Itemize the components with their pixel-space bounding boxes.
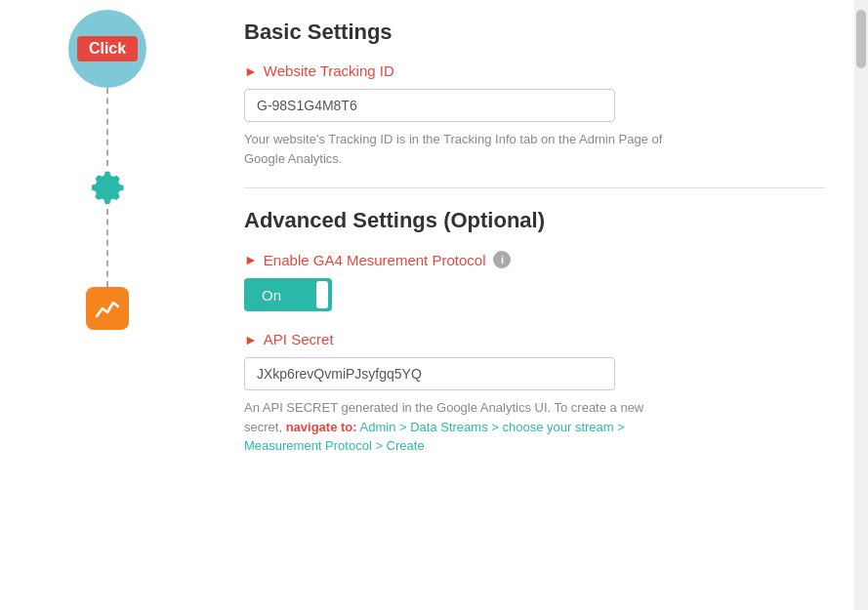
api-secret-help: An API SECRET generated in the Google An… [244, 398, 674, 456]
section-divider [244, 187, 825, 188]
tracking-id-help: Your website's Tracking ID is in the Tra… [244, 130, 674, 168]
chevron-icon: ► [244, 63, 258, 79]
chart-icon [86, 287, 129, 330]
api-secret-label-text: API Secret [264, 331, 334, 347]
click-circle[interactable]: Click [68, 10, 146, 88]
api-secret-label[interactable]: ► API Secret [244, 331, 825, 347]
protocol-group: ► Enable GA4 Mesurement Protocol i On [244, 251, 825, 311]
scrollbar-thumb[interactable] [856, 10, 866, 68]
toggle-container: On [244, 278, 825, 311]
advanced-settings-title: Advanced Settings (Optional) [244, 208, 825, 233]
chevron-icon-2: ► [244, 252, 258, 267]
tracking-id-group: ► Website Tracking ID Your website's Tra… [244, 62, 825, 168]
protocol-label[interactable]: ► Enable GA4 Mesurement Protocol i [244, 251, 825, 268]
toggle-label: On [262, 287, 281, 304]
connector-line-1 [106, 88, 108, 166]
main-content: Basic Settings ► Website Tracking ID You… [215, 0, 854, 610]
basic-settings-title: Basic Settings [244, 20, 825, 45]
api-help-nav: navigate to: [286, 420, 357, 434]
click-badge: Click [77, 36, 138, 61]
api-secret-group: ► API Secret An API SECRET generated in … [244, 331, 825, 456]
gear-icon [86, 166, 129, 209]
tracking-id-label[interactable]: ► Website Tracking ID [244, 62, 825, 79]
info-icon[interactable]: i [493, 251, 511, 268]
toggle-switch[interactable]: On [244, 278, 332, 311]
sidebar-connector: Click [68, 10, 146, 330]
chevron-icon-3: ► [244, 332, 258, 347]
tracking-id-label-text: Website Tracking ID [264, 62, 394, 79]
protocol-label-text: Enable GA4 Mesurement Protocol [264, 252, 486, 268]
toggle-knob [316, 281, 328, 308]
api-secret-input[interactable] [244, 357, 615, 390]
tracking-id-input[interactable] [244, 89, 615, 122]
sidebar: Click [0, 0, 215, 610]
scrollbar-track[interactable] [854, 0, 868, 610]
connector-line-2 [106, 209, 108, 287]
